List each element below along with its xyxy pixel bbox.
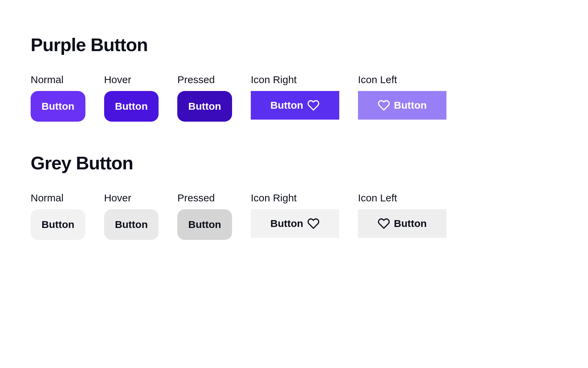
grey-hover-col: Hover Button (104, 192, 159, 240)
button-label: Button (188, 101, 221, 112)
heart-icon (378, 217, 390, 230)
button-label: Button (271, 99, 304, 111)
grey-section-title: Grey Button (31, 152, 557, 173)
state-label-icon-left: Icon Left (358, 192, 446, 204)
state-label-hover: Hover (104, 74, 159, 86)
state-label-normal: Normal (31, 192, 85, 204)
state-label-icon-right: Icon Right (251, 74, 339, 86)
button-label: Button (115, 101, 148, 112)
purple-button-pressed[interactable]: Button (177, 91, 232, 122)
grey-pressed-col: Pressed Button (177, 192, 232, 240)
purple-pressed-col: Pressed Button (177, 74, 232, 122)
button-label: Button (394, 218, 427, 229)
purple-button-icon-right[interactable]: Button (251, 91, 339, 120)
purple-button-section: Purple Button Normal Button Hover Button… (31, 34, 557, 122)
button-label: Button (115, 219, 148, 230)
purple-icon-right-col: Icon Right Button (251, 74, 339, 122)
button-label: Button (271, 218, 304, 229)
purple-button-hover[interactable]: Button (104, 91, 159, 122)
grey-button-icon-left[interactable]: Button (358, 209, 446, 238)
grey-button-hover[interactable]: Button (104, 209, 159, 240)
state-label-pressed: Pressed (177, 74, 232, 86)
purple-hover-col: Hover Button (104, 74, 159, 122)
button-label: Button (42, 101, 75, 112)
grey-button-row: Normal Button Hover Button Pressed Butto… (31, 192, 557, 240)
grey-button-icon-right[interactable]: Button (251, 209, 339, 238)
state-label-normal: Normal (31, 74, 85, 86)
heart-icon (307, 99, 320, 111)
purple-button-row: Normal Button Hover Button Pressed Butto… (31, 74, 557, 122)
state-label-hover: Hover (104, 192, 159, 204)
button-label: Button (394, 99, 427, 111)
purple-icon-left-col: Icon Left Button (358, 74, 446, 122)
grey-button-section: Grey Button Normal Button Hover Button P… (31, 152, 557, 240)
heart-icon (307, 217, 320, 230)
purple-button-normal[interactable]: Button (31, 91, 85, 122)
state-label-icon-right: Icon Right (251, 192, 339, 204)
heart-icon (378, 99, 390, 111)
purple-button-icon-left[interactable]: Button (358, 91, 446, 120)
button-label: Button (188, 219, 221, 230)
purple-section-title: Purple Button (31, 34, 557, 55)
state-label-pressed: Pressed (177, 192, 232, 204)
state-label-icon-left: Icon Left (358, 74, 446, 86)
grey-button-normal[interactable]: Button (31, 209, 85, 240)
grey-icon-right-col: Icon Right Button (251, 192, 339, 240)
button-label: Button (42, 219, 75, 230)
grey-icon-left-col: Icon Left Button (358, 192, 446, 240)
grey-button-pressed[interactable]: Button (177, 209, 232, 240)
purple-normal-col: Normal Button (31, 74, 85, 122)
grey-normal-col: Normal Button (31, 192, 85, 240)
